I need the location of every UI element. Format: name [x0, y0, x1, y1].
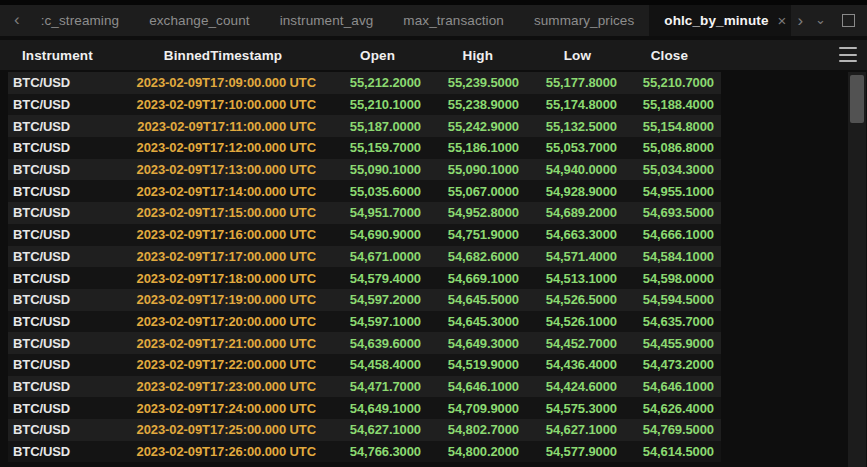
tab-instrument-avg[interactable]: instrument_avg: [265, 5, 389, 36]
cell-low: 54,513.1000: [519, 271, 617, 286]
cell-open: 54,458.4000: [316, 357, 421, 372]
cell-low: 54,571.4000: [519, 249, 617, 264]
cell-close: 54,594.5000: [617, 292, 714, 307]
tabs-dropdown-icon[interactable]: ⌄: [809, 5, 832, 34]
tab-exchange-count[interactable]: exchange_count: [134, 5, 264, 36]
table-row[interactable]: BTC/USD 2023-02-09T17:11:00.000 UTC 55,1…: [8, 115, 721, 137]
cell-high: 54,709.9000: [421, 401, 519, 416]
cell-close: 54,666.1000: [617, 227, 714, 242]
cell-low: 54,627.1000: [519, 422, 617, 437]
cell-high: 54,669.1000: [421, 271, 519, 286]
cell-high: 54,519.9000: [421, 357, 519, 372]
cell-close: 54,455.9000: [617, 336, 714, 351]
cell-instrument: BTC/USD: [8, 97, 130, 112]
cell-open: 54,639.6000: [316, 336, 421, 351]
cell-high: 54,802.7000: [421, 422, 519, 437]
cell-low: 54,689.2000: [519, 205, 617, 220]
cell-instrument: BTC/USD: [8, 292, 130, 307]
tab-max-transaction[interactable]: max_transaction: [388, 5, 519, 36]
scrollbar-thumb[interactable]: [850, 75, 864, 123]
table-row[interactable]: BTC/USD 2023-02-09T17:16:00.000 UTC 54,6…: [8, 224, 721, 246]
tabs-scroll-left-icon[interactable]: ‹: [8, 5, 26, 36]
cell-low: 54,452.7000: [519, 336, 617, 351]
cell-close: 54,626.4000: [617, 401, 714, 416]
cell-instrument: BTC/USD: [8, 314, 130, 329]
cell-low: 54,526.1000: [519, 314, 617, 329]
cell-timestamp: 2023-02-09T17:14:00.000 UTC: [130, 184, 316, 199]
column-header-binnedtimestamp[interactable]: BinnedTimestamp: [130, 48, 316, 63]
table-row[interactable]: BTC/USD 2023-02-09T17:09:00.000 UTC 55,2…: [8, 72, 721, 94]
table-row[interactable]: BTC/USD 2023-02-09T17:23:00.000 UTC 54,4…: [8, 376, 721, 398]
cell-timestamp: 2023-02-09T17:09:00.000 UTC: [130, 75, 316, 90]
table-row[interactable]: BTC/USD 2023-02-09T17:12:00.000 UTC 55,1…: [8, 137, 721, 159]
scrollbar[interactable]: [848, 72, 866, 467]
table-row[interactable]: BTC/USD 2023-02-09T17:13:00.000 UTC 55,0…: [8, 159, 721, 181]
cell-instrument: BTC/USD: [8, 140, 130, 155]
cell-instrument: BTC/USD: [8, 336, 130, 351]
cell-instrument: BTC/USD: [8, 75, 130, 90]
cell-open: 54,597.2000: [316, 292, 421, 307]
cell-instrument: BTC/USD: [8, 271, 130, 286]
cell-timestamp: 2023-02-09T17:21:00.000 UTC: [130, 336, 316, 351]
table-row[interactable]: BTC/USD 2023-02-09T17:17:00.000 UTC 54,6…: [8, 246, 721, 268]
cell-instrument: BTC/USD: [8, 184, 130, 199]
table-row[interactable]: BTC/USD 2023-02-09T17:22:00.000 UTC 54,4…: [8, 354, 721, 376]
table-row[interactable]: BTC/USD 2023-02-09T17:14:00.000 UTC 55,0…: [8, 180, 721, 202]
cell-instrument: BTC/USD: [8, 249, 130, 264]
cell-close: 55,210.7000: [617, 75, 714, 90]
cell-low: 55,177.8000: [519, 75, 617, 90]
cell-open: 55,090.1000: [316, 162, 421, 177]
menu-icon[interactable]: [839, 47, 857, 62]
cell-high: 54,645.3000: [421, 314, 519, 329]
cell-instrument: BTC/USD: [8, 119, 130, 134]
cell-timestamp: 2023-02-09T17:10:00.000 UTC: [130, 97, 316, 112]
cell-open: 54,951.7000: [316, 205, 421, 220]
cell-close: 54,473.2000: [617, 357, 714, 372]
tab-close-icon[interactable]: ×: [778, 13, 787, 28]
tab-summary-prices[interactable]: summary_prices: [519, 5, 649, 36]
column-header-close[interactable]: Close: [617, 48, 714, 63]
cell-timestamp: 2023-02-09T17:19:00.000 UTC: [130, 292, 316, 307]
column-headers: Instrument BinnedTimestamp Open High Low…: [8, 40, 721, 70]
column-header-open[interactable]: Open: [316, 48, 421, 63]
table-row[interactable]: BTC/USD 2023-02-09T17:21:00.000 UTC 54,6…: [8, 332, 721, 354]
cell-close: 55,188.4000: [617, 97, 714, 112]
tab-ohlc-by-minute[interactable]: ohlc_by_minute ×: [649, 5, 791, 36]
cell-open: 54,471.7000: [316, 379, 421, 394]
tab-label: instrument_avg: [280, 13, 374, 28]
table-row[interactable]: BTC/USD 2023-02-09T17:26:00.000 UTC 54,7…: [8, 441, 721, 463]
cell-timestamp: 2023-02-09T17:20:00.000 UTC: [130, 314, 316, 329]
cell-instrument: BTC/USD: [8, 444, 130, 459]
cell-low: 54,940.0000: [519, 162, 617, 177]
table-row[interactable]: BTC/USD 2023-02-09T17:15:00.000 UTC 54,9…: [8, 202, 721, 224]
table-row[interactable]: BTC/USD 2023-02-09T17:20:00.000 UTC 54,5…: [8, 311, 721, 333]
cell-high: 54,751.9000: [421, 227, 519, 242]
cell-high: 54,645.5000: [421, 292, 519, 307]
cell-high: 54,682.6000: [421, 249, 519, 264]
column-header-high[interactable]: High: [421, 48, 519, 63]
cell-close: 54,693.5000: [617, 205, 714, 220]
column-header-instrument[interactable]: Instrument: [8, 48, 130, 63]
tab-label: ohlc_by_minute: [664, 13, 768, 28]
cell-low: 54,575.3000: [519, 401, 617, 416]
table-row[interactable]: BTC/USD 2023-02-09T17:18:00.000 UTC 54,5…: [8, 267, 721, 289]
cell-timestamp: 2023-02-09T17:25:00.000 UTC: [130, 422, 316, 437]
maximize-icon[interactable]: [842, 14, 855, 27]
cell-close: 54,614.5000: [617, 444, 714, 459]
tabs-scroll-right-icon[interactable]: ›: [791, 6, 809, 35]
table-row[interactable]: BTC/USD 2023-02-09T17:19:00.000 UTC 54,5…: [8, 289, 721, 311]
cell-high: 55,186.1000: [421, 140, 519, 155]
table-row[interactable]: BTC/USD 2023-02-09T17:25:00.000 UTC 54,6…: [8, 419, 721, 441]
cell-timestamp: 2023-02-09T17:22:00.000 UTC: [130, 357, 316, 372]
table-row[interactable]: BTC/USD 2023-02-09T17:10:00.000 UTC 55,2…: [8, 94, 721, 116]
cell-timestamp: 2023-02-09T17:18:00.000 UTC: [130, 271, 316, 286]
cell-low: 54,424.6000: [519, 379, 617, 394]
tab--c-streaming[interactable]: :c_streaming: [26, 5, 134, 36]
table-row[interactable]: BTC/USD 2023-02-09T17:24:00.000 UTC 54,6…: [8, 397, 721, 419]
cell-low: 54,526.5000: [519, 292, 617, 307]
cell-open: 54,766.3000: [316, 444, 421, 459]
cell-open: 55,212.2000: [316, 75, 421, 90]
app-window: ‹ :c_streaming exchange_count instrument…: [0, 0, 867, 467]
column-header-low[interactable]: Low: [519, 48, 617, 63]
cell-timestamp: 2023-02-09T17:11:00.000 UTC: [130, 119, 316, 134]
